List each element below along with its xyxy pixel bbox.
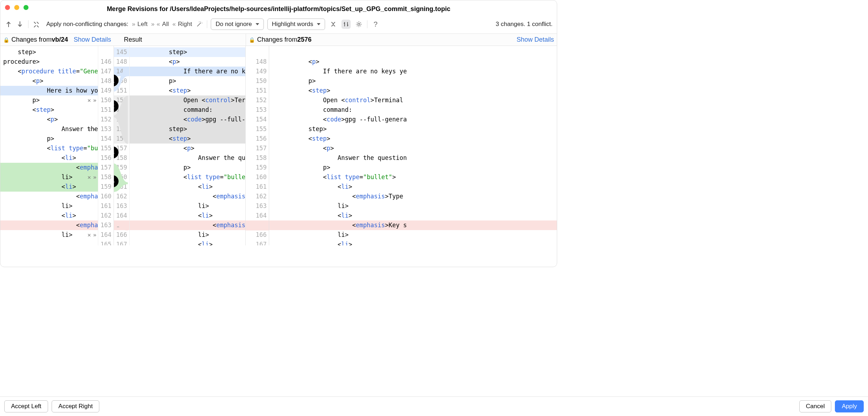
sync-scroll-icon[interactable] (33, 20, 41, 28)
diff-ops[interactable]: ✕» (88, 230, 96, 240)
right-code[interactable]: <p> If there are no keys ye p> <step> Op… (269, 46, 557, 245)
middle-code[interactable]: step> <p> If there are no keys yet, y p>… (130, 46, 245, 245)
reject-icon[interactable]: ✕ (263, 220, 267, 230)
right-header: 🔒 Changes from 2576 Show Details (246, 34, 557, 46)
code-line: step> (269, 124, 557, 134)
diff-ops[interactable]: ✕» (88, 172, 96, 182)
apply-chevron-icon[interactable]: » (93, 124, 96, 134)
code-line: Open <control>Terminal (269, 95, 557, 105)
help-icon[interactable]: ? (371, 20, 380, 29)
code-line: Open <control>Terminal / Co (130, 95, 245, 105)
code-line (0, 240, 98, 245)
code-line: Here is how you can d✕» (0, 86, 98, 95)
code-line: <step> (269, 134, 557, 144)
code-line: step> (130, 124, 245, 134)
code-line: Answer the questi (0, 124, 98, 134)
reject-icon[interactable]: ✕ (88, 124, 91, 134)
reject-icon[interactable]: ✕ (88, 172, 91, 182)
code-line: step> (130, 47, 245, 57)
code-line: <p> (130, 144, 245, 153)
code-line: <step> (269, 86, 557, 95)
reject-icon[interactable]: ✕ (88, 230, 91, 240)
highlight-dropdown-label: Highlight words (272, 21, 313, 28)
code-line: <p> (130, 57, 245, 67)
code-line: <li> (269, 211, 557, 220)
minimize-icon[interactable] (14, 5, 19, 10)
ignore-dropdown[interactable]: Do not ignore (211, 19, 263, 30)
code-line: <p> (269, 57, 557, 67)
right-header-rev: 2576 (297, 36, 312, 43)
code-line: <step> (0, 105, 98, 115)
separator (207, 20, 207, 28)
ignore-dropdown-label: Do not ignore (215, 21, 252, 28)
separator (28, 20, 28, 28)
diff-panes: step>procedure> <procedure title="Genera… (0, 46, 557, 245)
prev-diff-icon[interactable] (5, 20, 12, 28)
gear-icon[interactable] (354, 20, 364, 29)
apply-all-button[interactable]: All (151, 21, 169, 28)
code-line: <list type="bullet"> (130, 172, 245, 182)
apply-chevron-icon[interactable]: « (257, 220, 261, 230)
close-icon[interactable] (5, 5, 10, 10)
show-details-left[interactable]: Show Details (74, 36, 111, 43)
code-line: li> (0, 201, 98, 211)
apply-left-button[interactable]: Left (132, 21, 148, 28)
code-line: command: (269, 105, 557, 115)
code-line: <emphasis>Type of t (130, 192, 245, 201)
code-line: p> (0, 134, 98, 144)
reject-icon[interactable]: ✕ (88, 95, 91, 105)
collapse-icon[interactable] (329, 20, 338, 29)
code-line: p> (269, 76, 557, 86)
lock-icon: 🔒 (3, 37, 9, 43)
code-line: p> (130, 76, 245, 86)
code-line: <emphasis>Type (269, 192, 557, 201)
next-diff-icon[interactable] (16, 20, 24, 28)
svg-point-0 (358, 23, 360, 25)
code-line: <step> (130, 86, 245, 95)
apply-chevron-icon[interactable]: » (93, 172, 96, 182)
apply-left-label: Left (137, 21, 147, 28)
maximize-icon[interactable] (23, 5, 28, 10)
column-headers: 🔒 Changes from vb/24 Show Details Result… (0, 33, 557, 46)
code-line: <code>gpg --full-generate-k (130, 115, 245, 124)
highlight-dropdown[interactable]: Highlight words (267, 19, 325, 30)
code-line: Answer the question (269, 153, 557, 163)
show-details-right[interactable]: Show Details (517, 36, 554, 43)
window-title: Merge Revisions for /Users/IdeaProjects/… (0, 0, 557, 17)
code-line: p> (269, 163, 557, 172)
apply-chevron-icon[interactable]: » (93, 95, 96, 105)
code-line: <p>✕» (0, 115, 98, 124)
left-gutter: 1461471481491501511521531541551561571581… (98, 46, 114, 245)
code-line: li> (269, 230, 557, 240)
toolbar: Apply non-conflicting changes: Left All … (0, 17, 557, 33)
code-line: <li> (130, 211, 245, 220)
code-line: <li> (0, 153, 98, 163)
code-line: li> (0, 172, 98, 182)
code-line: <li> (269, 240, 557, 245)
code-line: li> (0, 230, 98, 240)
separator (367, 20, 367, 28)
code-line: p> (130, 163, 245, 172)
sync-icon[interactable] (341, 20, 351, 29)
middle-pane: 1451481491501511521531541551561571581591… (114, 46, 246, 245)
magic-wand-icon[interactable] (195, 20, 203, 28)
code-line: <emphasis>Key size< (130, 220, 245, 230)
code-line: <li> (269, 182, 557, 192)
code-line (269, 47, 557, 57)
diff-ops[interactable]: ✕» (88, 124, 96, 134)
code-line: li> (130, 201, 245, 211)
code-line: <p> (0, 76, 98, 86)
code-line: Answer the questions th (130, 153, 245, 163)
code-line: <code>gpg --full-genera (269, 115, 557, 124)
code-line: <emphasis>Key s (269, 220, 557, 230)
left-code[interactable]: step>procedure> <procedure title="Genera… (0, 46, 98, 245)
left-header-prefix: Changes from (11, 36, 52, 43)
right-pane: <p> If there are no keys ye p> <step> Op… (269, 46, 557, 245)
right-side-gutter: 1481491501511521531541551561571581591601… (246, 46, 269, 245)
apply-right-button[interactable]: Right (172, 21, 192, 28)
apply-chevron-icon[interactable]: » (93, 230, 96, 240)
lock-icon: 🔒 (249, 37, 255, 43)
code-line: If there are no keys ye (269, 67, 557, 76)
left-pane: step>procedure> <procedure title="Genera… (0, 46, 114, 245)
diff-ops[interactable]: ✕» (88, 95, 96, 105)
